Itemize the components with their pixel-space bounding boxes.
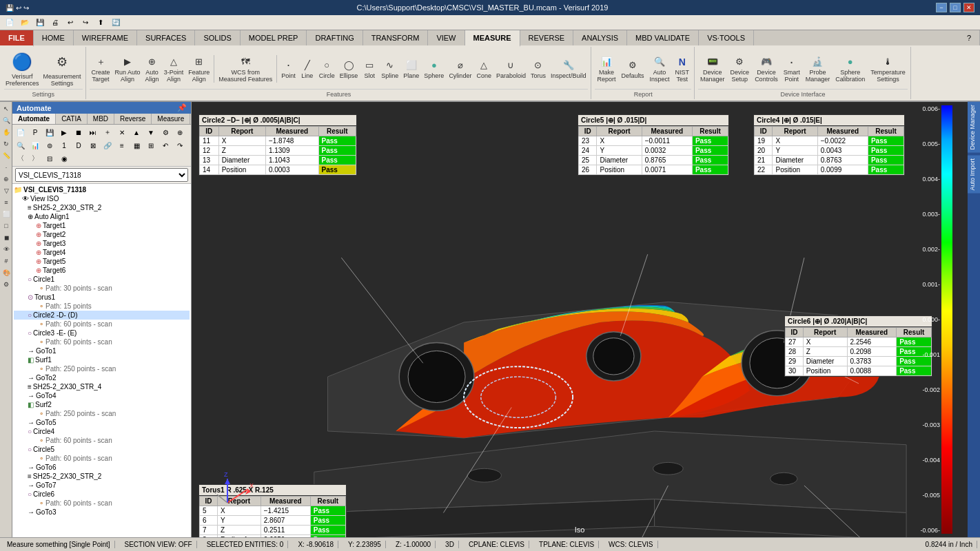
tab-measure[interactable]: MEASURE xyxy=(465,30,520,47)
sb-r2-1[interactable]: ⊚ xyxy=(43,139,57,152)
tree-item-target3[interactable]: ⊕ Target3 xyxy=(14,239,190,248)
tab-drafting[interactable]: DRAFTING xyxy=(307,30,363,45)
tab-wireframe[interactable]: WIREFRAME xyxy=(74,30,137,45)
tree-item-goto7[interactable]: → GoTo7 xyxy=(14,481,190,490)
sb-more2[interactable]: 🔍 xyxy=(14,139,28,152)
nist-test-btn[interactable]: N NIST Test xyxy=(673,54,692,83)
tab-file[interactable]: FILE xyxy=(0,30,34,47)
rotate-tool[interactable]: ↻ xyxy=(1,138,12,149)
select-btn[interactable]: ⬆ xyxy=(94,17,108,29)
regen-btn[interactable]: 🔄 xyxy=(109,17,123,29)
slot-btn[interactable]: ▭ Slot xyxy=(360,58,378,80)
point-btn[interactable]: · Point xyxy=(279,58,298,80)
tree-item-circle4-path[interactable]: ⚬ Path: 60 points - scan xyxy=(14,436,190,445)
tree-item-root[interactable]: 📁 VSI_CLEVIS_71318 xyxy=(14,185,190,194)
tree-item-sh25-str4[interactable]: ≡ SH25-2_2X30_STR_4 xyxy=(14,382,190,391)
redo-btn[interactable]: ↪ xyxy=(79,17,92,29)
tab-measure-side[interactable]: Measure xyxy=(152,114,190,124)
wcs-from-measured-btn[interactable]: 🗺 WCS from Measured Features xyxy=(216,54,274,83)
tree-item-target5[interactable]: ⊕ Target5 xyxy=(14,257,190,266)
tree-item-target4[interactable]: ⊕ Target4 xyxy=(14,248,190,257)
save-btn[interactable]: 💾 xyxy=(33,17,47,29)
tree-item-goto2[interactable]: → GoTo2 xyxy=(14,373,190,382)
pin-icon[interactable]: 📌 xyxy=(177,103,187,112)
tree-item-view-iso[interactable]: 👁 View ISO xyxy=(14,194,190,203)
shading-icon[interactable]: ◼ xyxy=(1,232,12,243)
tree-item-goto4[interactable]: → GoTo4 xyxy=(14,391,190,400)
plane-btn[interactable]: ⬜ Plane xyxy=(401,58,421,80)
probe-manager-btn[interactable]: 🔬 Probe Manager xyxy=(804,54,833,83)
sb-r2-4[interactable]: ⊠ xyxy=(86,139,100,152)
tab-automate[interactable]: Automate xyxy=(12,114,56,124)
make-report-btn[interactable]: 📊 Make Report xyxy=(595,54,617,83)
tree-item-circle1-path[interactable]: ⚬ Path: 30 points - scan xyxy=(14,284,190,293)
sb-up[interactable]: ▲ xyxy=(130,126,143,138)
tree-item-auto-align[interactable]: ⊕ Auto Align1 xyxy=(14,212,190,221)
tree-item-circle3[interactable]: ○ Circle3 -E- (E) xyxy=(14,329,190,337)
sb-save[interactable]: 💾 xyxy=(43,126,57,138)
ellipse-btn[interactable]: ◯ Ellipse xyxy=(338,58,360,80)
sb-r2-8[interactable]: ⊞ xyxy=(144,139,158,152)
select-tool[interactable]: ↖ xyxy=(1,103,12,114)
view-icon[interactable]: 👁 xyxy=(1,244,12,255)
save-icon[interactable]: 💾 xyxy=(6,4,14,12)
sb-add[interactable]: ＋ xyxy=(101,126,114,138)
tree-item-goto5[interactable]: → GoTo5 xyxy=(14,418,190,427)
tree-item-surf2-path[interactable]: ⚬ Path: 250 points - scan xyxy=(14,409,190,418)
filter-icon[interactable]: ▽ xyxy=(1,185,12,196)
tree-item-sh25-str2b[interactable]: ≡ SH25-2_2X30_STR_2 xyxy=(14,472,190,481)
auto-import-tab[interactable]: Auto Import xyxy=(968,156,980,194)
torus-btn[interactable]: ⊙ Torus xyxy=(529,58,548,80)
tab-reverse[interactable]: REVERSE xyxy=(520,30,574,45)
cylinder-btn[interactable]: ⌀ Cylinder xyxy=(447,58,473,80)
device-setup-btn[interactable]: ⚙ Device Setup xyxy=(728,54,752,83)
sb-r2-2[interactable]: 1 xyxy=(57,139,71,152)
tree-item-target1[interactable]: ⊕ Target1 xyxy=(14,221,190,230)
zoom-tool[interactable]: 🔍 xyxy=(1,115,12,126)
tab-analysis[interactable]: ANALYSIS xyxy=(573,30,627,45)
tree-item-goto1[interactable]: → GoTo1 xyxy=(14,346,190,355)
sb-stop[interactable]: ⏹ xyxy=(72,126,85,138)
temp-settings-btn[interactable]: 🌡 Temperature Settings xyxy=(868,54,908,83)
tree-panel[interactable]: 📁 VSI_CLEVIS_71318 👁 View ISO ≡ SH25-2_2… xyxy=(12,184,191,537)
undo-btn[interactable]: ↩ xyxy=(63,17,77,29)
sb-r2-9[interactable]: ↶ xyxy=(159,139,172,152)
new-btn[interactable]: 📄 xyxy=(3,17,17,29)
sb-r2-12[interactable]: 〉 xyxy=(28,152,42,165)
feature-align-btn[interactable]: ⊞ Feature Align xyxy=(186,54,212,83)
tab-mbd-validate[interactable]: MBD VALIDATE xyxy=(627,30,699,45)
sb-r2-14[interactable]: ◉ xyxy=(57,152,71,165)
sb-settings[interactable]: ⚙ xyxy=(159,126,172,138)
tree-item-surf1[interactable]: ◧ Surf1 xyxy=(14,355,190,364)
close-button[interactable]: ✕ xyxy=(963,3,974,12)
color-icon[interactable]: 🎨 xyxy=(1,267,12,278)
sb-run[interactable]: ▶ xyxy=(57,126,71,138)
tab-reverse-side[interactable]: Reverse xyxy=(114,114,152,124)
tree-item-target6[interactable]: ⊕ Target6 xyxy=(14,266,190,275)
tree-item-torus1-path[interactable]: ⚬ Path: 15 points xyxy=(14,302,190,311)
sb-more3[interactable]: 📊 xyxy=(28,139,42,152)
tree-item-circle1[interactable]: ○ Circle1 xyxy=(14,275,190,284)
sb-new[interactable]: 📄 xyxy=(14,126,28,138)
maximize-button[interactable]: □ xyxy=(950,3,961,12)
tree-item-surf1-path[interactable]: ⚬ Path: 250 points - scan xyxy=(14,364,190,373)
tree-item-circle5[interactable]: ○ Circle5 xyxy=(14,445,190,454)
tree-item-circle6-path[interactable]: ⚬ Path: 60 points - scan xyxy=(14,499,190,508)
create-btn[interactable]: ＋ Create Target xyxy=(90,54,112,83)
smart-point-btn[interactable]: · Smart Point xyxy=(782,54,802,83)
auto-align-btn[interactable]: ⊕ Auto Align xyxy=(143,54,161,83)
sphere-btn[interactable]: ● Sphere xyxy=(422,58,446,80)
tree-item-goto6[interactable]: → GoTo6 xyxy=(14,463,190,472)
sb-open[interactable]: P xyxy=(28,126,42,138)
tab-model-prep[interactable]: MODEL PREP xyxy=(241,30,307,45)
line-btn[interactable]: ╱ Line xyxy=(298,58,316,80)
3pt-align-btn[interactable]: △ 3-Point Align xyxy=(162,54,186,83)
tree-item-torus1[interactable]: ⊙ Torus1 xyxy=(14,293,190,302)
open-btn[interactable]: 📂 xyxy=(18,17,32,29)
tab-view[interactable]: VIEW xyxy=(428,30,465,45)
tree-item-surf2[interactable]: ◧ Surf2 xyxy=(14,400,190,409)
wire-icon[interactable]: □ xyxy=(1,220,12,231)
sphere-calib-btn[interactable]: ● Sphere Calibration xyxy=(833,54,867,83)
tree-item-goto3[interactable]: → GoTo3 xyxy=(14,508,190,517)
sb-r2-10[interactable]: ↷ xyxy=(173,139,187,152)
